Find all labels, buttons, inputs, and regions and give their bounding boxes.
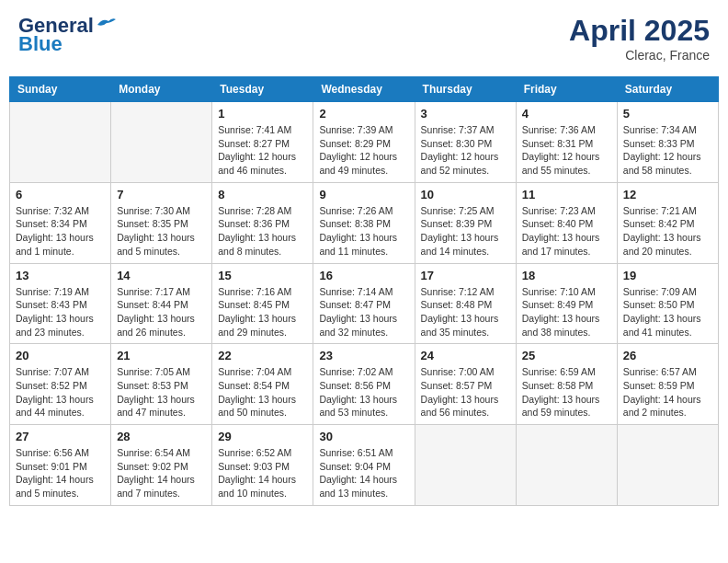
day-number: 15: [218, 269, 307, 282]
calendar-cell: 30Sunrise: 6:51 AMSunset: 9:04 PMDayligh…: [313, 425, 415, 506]
day-info: Sunrise: 6:57 AMSunset: 8:59 PMDaylight:…: [623, 365, 712, 419]
day-number: 9: [319, 188, 408, 201]
calendar-cell: 29Sunrise: 6:52 AMSunset: 9:03 PMDayligh…: [212, 425, 313, 506]
calendar-cell: 21Sunrise: 7:05 AMSunset: 8:53 PMDayligh…: [111, 344, 212, 425]
calendar-cell: 7Sunrise: 7:30 AMSunset: 8:35 PMDaylight…: [111, 182, 212, 263]
calendar-cell: 27Sunrise: 6:56 AMSunset: 9:01 PMDayligh…: [10, 425, 111, 506]
day-info: Sunrise: 7:19 AMSunset: 8:43 PMDaylight:…: [16, 285, 105, 339]
day-number: 7: [117, 188, 206, 201]
day-number: 22: [218, 349, 307, 362]
day-info: Sunrise: 7:14 AMSunset: 8:47 PMDaylight:…: [319, 285, 408, 339]
month-title: April 2025: [569, 14, 710, 48]
day-info: Sunrise: 7:23 AMSunset: 8:40 PMDaylight:…: [522, 204, 611, 259]
calendar-cell: 1Sunrise: 7:41 AMSunset: 8:27 PMDaylight…: [212, 102, 313, 183]
day-info: Sunrise: 7:32 AMSunset: 8:34 PMDaylight:…: [16, 204, 105, 259]
day-info: Sunrise: 7:16 AMSunset: 8:45 PMDaylight:…: [218, 285, 307, 339]
logo-bird-icon: [96, 16, 116, 32]
day-number: 18: [522, 269, 611, 282]
logo-blue-text: Blue: [18, 32, 63, 56]
calendar-week-row: 6Sunrise: 7:32 AMSunset: 8:34 PMDaylight…: [10, 182, 719, 263]
calendar-week-row: 1Sunrise: 7:41 AMSunset: 8:27 PMDaylight…: [10, 102, 719, 183]
calendar-cell: 15Sunrise: 7:16 AMSunset: 8:45 PMDayligh…: [212, 263, 313, 344]
calendar-cell: 23Sunrise: 7:02 AMSunset: 8:56 PMDayligh…: [313, 344, 415, 425]
calendar-cell: 4Sunrise: 7:36 AMSunset: 8:31 PMDaylight…: [516, 102, 617, 183]
day-number: 20: [16, 349, 105, 362]
calendar-cell: 5Sunrise: 7:34 AMSunset: 8:33 PMDaylight…: [617, 102, 718, 183]
weekday-header: Saturday: [617, 77, 718, 102]
day-number: 4: [522, 107, 611, 121]
calendar-cell: 3Sunrise: 7:37 AMSunset: 8:30 PMDaylight…: [415, 102, 516, 183]
logo: General Blue: [18, 14, 116, 56]
day-number: 10: [421, 188, 510, 201]
day-info: Sunrise: 7:09 AMSunset: 8:50 PMDaylight:…: [623, 285, 712, 339]
calendar-cell: [111, 102, 212, 183]
day-info: Sunrise: 6:59 AMSunset: 8:58 PMDaylight:…: [522, 365, 611, 419]
day-number: 5: [623, 107, 712, 121]
day-number: 24: [421, 349, 510, 362]
day-info: Sunrise: 7:28 AMSunset: 8:36 PMDaylight:…: [218, 204, 307, 259]
day-number: 30: [319, 430, 408, 443]
day-number: 17: [421, 269, 510, 282]
calendar-cell: [516, 425, 617, 506]
calendar-cell: 12Sunrise: 7:21 AMSunset: 8:42 PMDayligh…: [617, 182, 718, 263]
weekday-header: Sunday: [10, 77, 111, 102]
weekday-header: Friday: [516, 77, 617, 102]
calendar-week-row: 13Sunrise: 7:19 AMSunset: 8:43 PMDayligh…: [10, 263, 719, 344]
day-info: Sunrise: 7:39 AMSunset: 8:29 PMDaylight:…: [319, 123, 408, 178]
day-info: Sunrise: 7:30 AMSunset: 8:35 PMDaylight:…: [117, 204, 206, 259]
day-info: Sunrise: 7:26 AMSunset: 8:38 PMDaylight:…: [319, 204, 408, 259]
calendar-week-row: 27Sunrise: 6:56 AMSunset: 9:01 PMDayligh…: [10, 425, 719, 506]
calendar-cell: 16Sunrise: 7:14 AMSunset: 8:47 PMDayligh…: [313, 263, 415, 344]
day-info: Sunrise: 7:05 AMSunset: 8:53 PMDaylight:…: [117, 365, 206, 419]
calendar-cell: 9Sunrise: 7:26 AMSunset: 8:38 PMDaylight…: [313, 182, 415, 263]
calendar-cell: 11Sunrise: 7:23 AMSunset: 8:40 PMDayligh…: [516, 182, 617, 263]
calendar-cell: [10, 102, 111, 183]
weekday-header: Thursday: [415, 77, 516, 102]
calendar-cell: 20Sunrise: 7:07 AMSunset: 8:52 PMDayligh…: [10, 344, 111, 425]
day-number: 14: [117, 269, 206, 282]
day-info: Sunrise: 7:12 AMSunset: 8:48 PMDaylight:…: [421, 285, 510, 339]
day-number: 28: [117, 430, 206, 443]
calendar-cell: [415, 425, 516, 506]
day-number: 29: [218, 430, 307, 443]
day-number: 25: [522, 349, 611, 362]
day-number: 26: [623, 349, 712, 362]
calendar-table: SundayMondayTuesdayWednesdayThursdayFrid…: [9, 76, 719, 506]
day-info: Sunrise: 6:51 AMSunset: 9:04 PMDaylight:…: [319, 446, 408, 500]
weekday-header: Tuesday: [212, 77, 313, 102]
calendar-cell: 26Sunrise: 6:57 AMSunset: 8:59 PMDayligh…: [617, 344, 718, 425]
day-info: Sunrise: 6:54 AMSunset: 9:02 PMDaylight:…: [117, 446, 206, 500]
day-number: 6: [16, 188, 105, 201]
day-info: Sunrise: 7:02 AMSunset: 8:56 PMDaylight:…: [319, 365, 408, 419]
day-info: Sunrise: 7:37 AMSunset: 8:30 PMDaylight:…: [421, 123, 510, 178]
day-number: 13: [16, 269, 105, 282]
day-number: 21: [117, 349, 206, 362]
day-number: 16: [319, 269, 408, 282]
calendar-cell: 8Sunrise: 7:28 AMSunset: 8:36 PMDaylight…: [212, 182, 313, 263]
page-header: General Blue April 2025 Clerac, France: [9, 9, 719, 67]
day-info: Sunrise: 7:21 AMSunset: 8:42 PMDaylight:…: [623, 204, 712, 259]
calendar-cell: 19Sunrise: 7:09 AMSunset: 8:50 PMDayligh…: [617, 263, 718, 344]
calendar-cell: 17Sunrise: 7:12 AMSunset: 8:48 PMDayligh…: [415, 263, 516, 344]
calendar-cell: 25Sunrise: 6:59 AMSunset: 8:58 PMDayligh…: [516, 344, 617, 425]
day-info: Sunrise: 7:17 AMSunset: 8:44 PMDaylight:…: [117, 285, 206, 339]
day-number: 2: [319, 107, 408, 121]
day-info: Sunrise: 6:52 AMSunset: 9:03 PMDaylight:…: [218, 446, 307, 500]
location: Clerac, France: [569, 48, 710, 63]
day-info: Sunrise: 6:56 AMSunset: 9:01 PMDaylight:…: [16, 446, 105, 500]
calendar-cell: 22Sunrise: 7:04 AMSunset: 8:54 PMDayligh…: [212, 344, 313, 425]
day-number: 11: [522, 188, 611, 201]
calendar-cell: 14Sunrise: 7:17 AMSunset: 8:44 PMDayligh…: [111, 263, 212, 344]
calendar-cell: 6Sunrise: 7:32 AMSunset: 8:34 PMDaylight…: [10, 182, 111, 263]
day-info: Sunrise: 7:00 AMSunset: 8:57 PMDaylight:…: [421, 365, 510, 419]
day-number: 27: [16, 430, 105, 443]
day-info: Sunrise: 7:36 AMSunset: 8:31 PMDaylight:…: [522, 123, 611, 178]
day-number: 19: [623, 269, 712, 282]
title-block: April 2025 Clerac, France: [569, 14, 710, 63]
day-number: 8: [218, 188, 307, 201]
day-number: 23: [319, 349, 408, 362]
calendar-cell: 13Sunrise: 7:19 AMSunset: 8:43 PMDayligh…: [10, 263, 111, 344]
day-info: Sunrise: 7:25 AMSunset: 8:39 PMDaylight:…: [421, 204, 510, 259]
calendar-cell: 10Sunrise: 7:25 AMSunset: 8:39 PMDayligh…: [415, 182, 516, 263]
weekday-header-row: SundayMondayTuesdayWednesdayThursdayFrid…: [10, 77, 719, 102]
